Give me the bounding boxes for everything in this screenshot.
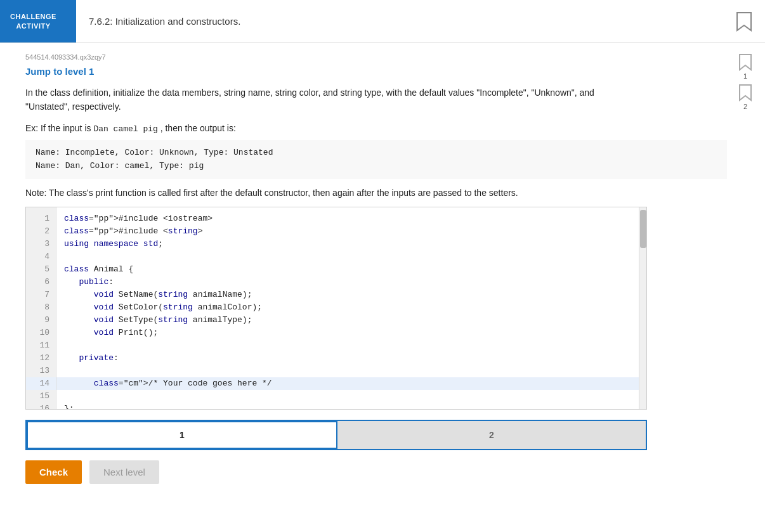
scrollbar-thumb[interactable] xyxy=(640,210,646,248)
tabs-row: 1 2 xyxy=(25,420,647,450)
tab-1[interactable]: 1 xyxy=(26,420,338,450)
level1-bookmark-icon xyxy=(738,53,752,71)
code-editor[interactable]: 1234567891011121314151617 class="pp">#in… xyxy=(25,207,647,410)
code-editor-inner: 1234567891011121314151617 class="pp">#in… xyxy=(26,207,646,410)
note-text: Note: The class's print function is call… xyxy=(25,188,628,198)
next-level-button: Next level xyxy=(89,460,159,484)
challenge-label: CHALLENGE ACTIVITY xyxy=(0,0,76,42)
code-content[interactable]: class="pp">#include <iostream>class="pp"… xyxy=(56,207,639,410)
example-prefix: Ex: If the input is xyxy=(25,123,91,133)
jump-to-level-link[interactable]: Jump to level 1 xyxy=(25,66,94,77)
main-content: 1 2 544514.4093334.qx3zqy7 Jump to level… xyxy=(0,43,765,496)
challenge-header: CHALLENGE ACTIVITY 7.6.2: Initialization… xyxy=(0,0,765,43)
header-bookmark-area xyxy=(723,0,765,42)
level-2-bookmark: 2 xyxy=(738,84,752,110)
editor-scrollbar[interactable] xyxy=(639,207,646,410)
actions-row: Check Next level xyxy=(25,460,727,484)
line-numbers: 1234567891011121314151617 xyxy=(26,207,56,410)
level2-num: 2 xyxy=(743,103,747,110)
example-input: Dan camel pig xyxy=(93,124,157,134)
challenge-title: 7.6.2: Initialization and constructors. xyxy=(76,0,723,42)
output-block: Name: Incomplete, Color: Unknown, Type: … xyxy=(25,140,727,179)
example-text: Ex: If the input is Dan camel pig , then… xyxy=(25,123,727,134)
tab-2[interactable]: 2 xyxy=(337,421,646,449)
level2-bookmark-icon xyxy=(738,84,752,101)
page-container: CHALLENGE ACTIVITY 7.6.2: Initialization… xyxy=(0,0,765,532)
activity-id: 544514.4093334.qx3zqy7 xyxy=(25,53,727,61)
example-suffix: , then the output is: xyxy=(160,123,236,133)
output-line-1: Name: Incomplete, Color: Unknown, Type: … xyxy=(36,146,717,160)
output-line-2: Name: Dan, Color: camel, Type: pig xyxy=(36,160,717,173)
side-levels: 1 2 xyxy=(738,53,752,110)
level1-num: 1 xyxy=(743,72,747,80)
level-1-bookmark: 1 xyxy=(738,53,752,80)
instructions-text: In the class definition, initialize the … xyxy=(25,86,628,114)
check-button[interactable]: Check xyxy=(25,460,82,484)
bookmark-icon xyxy=(736,11,752,32)
